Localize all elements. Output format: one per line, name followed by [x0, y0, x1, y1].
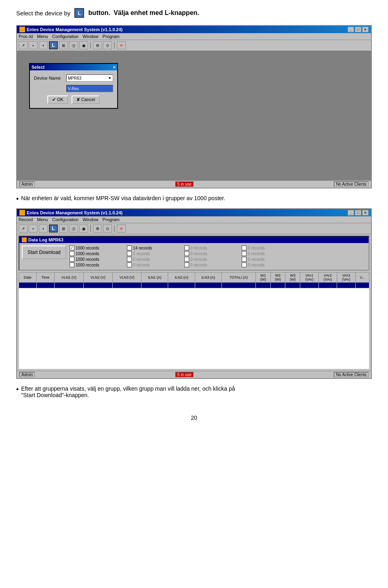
combo-arrow[interactable]: ▼: [108, 76, 112, 80]
record-item-12[interactable]: 0 records: [242, 245, 298, 250]
bottom-line2: "Start Download"-knappen.: [21, 392, 89, 398]
toolbar2-cross-btn[interactable]: ✕: [117, 224, 126, 233]
toolbar2-btn2[interactable]: ▪: [39, 224, 48, 233]
record-item-8[interactable]: 0 records: [184, 245, 241, 250]
menu-menu[interactable]: Menu: [37, 34, 48, 39]
checkbox-5[interactable]: [127, 251, 132, 256]
record-item-14[interactable]: 0 records: [242, 257, 298, 262]
record-label-9: 0 records: [190, 252, 207, 256]
checkbox-2[interactable]: [70, 257, 74, 262]
minimize-button[interactable]: _: [348, 27, 354, 32]
toolbar-eye-btn[interactable]: ◉: [79, 41, 88, 49]
toolbar-cam-btn[interactable]: ⊙: [103, 41, 112, 49]
record-item-5[interactable]: 0 records: [127, 251, 183, 256]
record-item-3[interactable]: 1000 records: [70, 262, 126, 267]
record-label-8: 0 records: [190, 246, 207, 250]
menu-window[interactable]: Window: [82, 34, 98, 39]
record-item-7[interactable]: 0 records: [127, 262, 183, 267]
bottom-line1: Efter att grupperna visats, välj en grup…: [21, 385, 235, 392]
checkbox-4[interactable]: [127, 245, 132, 250]
record-item-13[interactable]: 0 records: [242, 251, 298, 256]
toolbar2-grid-btn[interactable]: ⊞: [59, 224, 68, 233]
checkbox-13[interactable]: [242, 251, 247, 256]
toolbar2-eye-btn[interactable]: ◉: [79, 224, 88, 233]
record-item-11[interactable]: 0 records: [184, 262, 241, 267]
record-item-0[interactable]: ✓ 1000 records: [70, 245, 126, 250]
toolbar2-l-button[interactable]: L: [49, 224, 58, 233]
checkbox-8[interactable]: [184, 245, 189, 250]
datalog-panel: Data Log MPR63 Start Download ✓ 1000 rec…: [19, 236, 369, 271]
record-label-11: 0 records: [190, 263, 207, 267]
middle-bullet-text: • När enheten är vald, kommer MPR-SW vis…: [16, 195, 372, 203]
checkbox-15[interactable]: [242, 262, 247, 267]
record-item-10[interactable]: 0 records: [184, 257, 241, 262]
toolbar2-arrow-btn[interactable]: ↗: [19, 224, 27, 233]
menu2-record[interactable]: Record: [19, 217, 33, 222]
checkbox-12[interactable]: [242, 245, 247, 250]
record-item-1[interactable]: 1000 records: [70, 251, 126, 256]
window-controls[interactable]: _ □ ×: [348, 27, 369, 32]
table-selected-row[interactable]: [19, 283, 369, 288]
cancel-button[interactable]: ✘ Cancel: [72, 95, 100, 104]
first-window-menubar: Proc-Id Menu Configuration Window Progra…: [17, 33, 371, 40]
toolbar-gear-btn[interactable]: ⚙: [93, 41, 102, 49]
record-item-15[interactable]: 0 records: [242, 262, 298, 267]
checkbox-10[interactable]: [184, 257, 189, 262]
second-window-icon: [19, 210, 25, 216]
record-label-5: 0 records: [133, 252, 150, 256]
instruction-suffix-bold: button.: [89, 9, 110, 17]
close-button[interactable]: ×: [362, 27, 369, 32]
menu-configuration[interactable]: Configuration: [52, 34, 78, 39]
selected-value-row: V-Res: [34, 85, 113, 92]
toolbar2-gear-btn[interactable]: ⚙: [93, 224, 102, 233]
dialog-close-btn[interactable]: ×: [113, 65, 116, 70]
record-item-6[interactable]: 0 records: [127, 257, 183, 262]
menu-procid[interactable]: Proc-Id: [19, 34, 33, 39]
toolbar-btn1[interactable]: ▪: [29, 41, 38, 49]
menu2-window[interactable]: Window: [82, 217, 98, 222]
device-name-value[interactable]: MPR63 ▼: [66, 74, 113, 82]
checkbox-7[interactable]: [127, 262, 132, 267]
checkbox-1[interactable]: [70, 251, 74, 256]
record-item-2[interactable]: 1000 records: [70, 257, 126, 262]
toolbar-cross-btn[interactable]: ✕: [117, 41, 126, 49]
toolbar2-btn1[interactable]: ▪: [29, 224, 38, 233]
menu-program[interactable]: Program: [103, 34, 120, 39]
checkbox-9[interactable]: [184, 251, 189, 256]
toolbar-l-button[interactable]: L: [49, 41, 58, 49]
menu2-program[interactable]: Program: [103, 217, 120, 222]
toolbar-grid-btn[interactable]: ⊞: [59, 41, 68, 49]
record-item-4[interactable]: 14 records: [127, 245, 183, 250]
checkbox-14[interactable]: [242, 257, 247, 262]
selected-time: [36, 283, 55, 288]
menu2-configuration[interactable]: Configuration: [52, 217, 78, 222]
bottom-text-content: Efter att grupperna visats, välj en grup…: [21, 385, 235, 398]
ok-button[interactable]: ✔ OK: [47, 95, 68, 104]
toolbar-arrow-btn[interactable]: ↗: [19, 41, 27, 49]
selected-date: [19, 283, 37, 288]
second-maximize-button[interactable]: □: [355, 210, 361, 216]
checkbox-0[interactable]: ✓: [70, 245, 74, 250]
record-label-15: 0 records: [248, 263, 265, 267]
menu2-menu[interactable]: Menu: [37, 217, 48, 222]
second-close-button[interactable]: ×: [362, 210, 369, 216]
status2-left: Admin: [19, 372, 35, 377]
toolbar-btn2[interactable]: ▪: [39, 41, 48, 49]
maximize-button[interactable]: □: [355, 27, 361, 32]
selected-more: [356, 283, 369, 288]
checkbox-3[interactable]: [70, 262, 74, 267]
selected-value[interactable]: V-Res: [66, 85, 113, 92]
toolbar2-cam-btn[interactable]: ⊙: [103, 224, 112, 233]
second-window: Entes Device Management System (v1.1.0.2…: [16, 208, 372, 379]
checkbox-11[interactable]: [184, 262, 189, 267]
selected-vln2: [83, 283, 112, 288]
datalog-content: Start Download ✓ 1000 records 14 records…: [19, 243, 369, 270]
col-var3: VAr3(VAr): [337, 273, 356, 283]
second-window-controls[interactable]: _ □ ×: [348, 210, 369, 216]
toolbar2-clock-btn[interactable]: ◷: [69, 224, 78, 233]
start-download-button[interactable]: Start Download: [22, 245, 66, 259]
second-minimize-button[interactable]: _: [348, 210, 354, 216]
checkbox-6[interactable]: [127, 257, 132, 262]
toolbar-clock-btn[interactable]: ◷: [69, 41, 78, 49]
record-item-9[interactable]: 0 records: [184, 251, 241, 256]
